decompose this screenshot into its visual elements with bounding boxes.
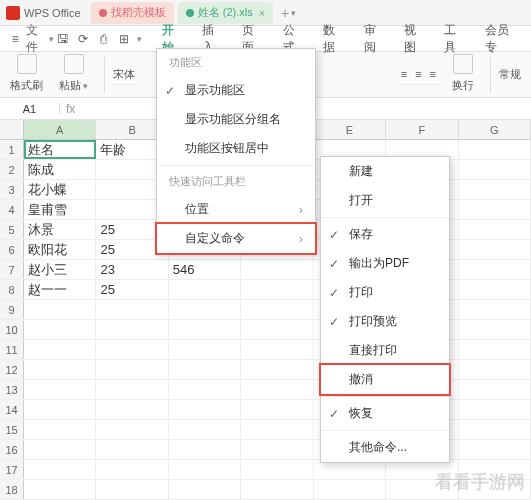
cell[interactable] [169,380,241,399]
tab-file[interactable]: 姓名 (2).xls × [178,2,273,24]
row-number[interactable]: 18 [0,480,24,499]
cell[interactable] [459,320,531,339]
row-number[interactable]: 7 [0,260,24,279]
tab-tools[interactable]: 工具 [434,22,474,56]
cell[interactable] [386,480,458,499]
cell[interactable]: 欧阳花 [24,240,96,259]
cell[interactable] [24,380,96,399]
cell[interactable] [24,360,96,379]
tab-member[interactable]: 会员专 [475,22,526,56]
preview-icon[interactable]: ⊞ [114,29,132,49]
col-head-F[interactable]: F [386,120,458,139]
cell[interactable] [169,300,241,319]
row-number[interactable]: 3 [0,180,24,199]
cell[interactable] [241,380,313,399]
cell[interactable] [169,360,241,379]
menu-item[interactable]: 新建 [321,157,449,186]
cell[interactable] [459,440,531,459]
cell[interactable] [169,480,241,499]
cell[interactable] [459,280,531,299]
cell[interactable] [96,440,168,459]
row-number[interactable]: 6 [0,240,24,259]
save-icon[interactable]: 🖫 [54,29,72,49]
select-all-corner[interactable] [0,120,24,139]
add-tab-button[interactable]: + [281,5,289,21]
cell[interactable]: 花小蝶 [24,180,96,199]
align-left-icon[interactable]: ≡ [397,66,411,82]
cell[interactable] [96,480,168,499]
cell[interactable]: 陈成 [24,160,96,179]
menu-item[interactable]: ✓恢复 [321,399,449,428]
cell[interactable] [169,320,241,339]
tab-data[interactable]: 数据 [313,22,353,56]
cell[interactable] [241,360,313,379]
menu-item[interactable]: 自定义命令› [155,222,317,255]
row-number[interactable]: 17 [0,460,24,479]
col-head-G[interactable]: G [459,120,531,139]
cell[interactable] [241,340,313,359]
align-right-icon[interactable]: ≡ [426,66,440,82]
tab-template[interactable]: 找稻壳模板 [91,2,174,24]
row-number[interactable]: 9 [0,300,24,319]
menu-item[interactable]: 其他命令... [321,433,449,462]
tab-view[interactable]: 视图 [394,22,434,56]
cell[interactable] [96,460,168,479]
row-number[interactable]: 11 [0,340,24,359]
align-center-icon[interactable]: ≡ [411,66,425,82]
cell[interactable] [96,320,168,339]
cell[interactable]: 赵一一 [24,280,96,299]
chevron-down-icon[interactable]: ▾ [137,34,142,44]
cell[interactable] [459,480,531,499]
cell[interactable] [24,320,96,339]
cell[interactable] [24,340,96,359]
name-box[interactable]: A1 [0,103,60,115]
paste-group[interactable]: 粘贴▾ [55,54,92,95]
cell[interactable] [169,460,241,479]
col-head-A[interactable]: A [24,120,96,139]
style-select[interactable]: 常规 [495,65,525,84]
row-number[interactable]: 8 [0,280,24,299]
menu-item[interactable]: ✓打印预览 [321,307,449,336]
cell[interactable] [241,400,313,419]
cell[interactable] [459,360,531,379]
cell[interactable] [241,300,313,319]
row-number[interactable]: 16 [0,440,24,459]
menu-item[interactable]: ✓打印 [321,278,449,307]
cell[interactable] [96,420,168,439]
row-number[interactable]: 2 [0,160,24,179]
cell[interactable] [241,260,313,279]
cell[interactable] [459,160,531,179]
cell[interactable] [459,260,531,279]
close-icon[interactable]: × [259,7,265,19]
cell[interactable] [241,280,313,299]
row-number[interactable]: 5 [0,220,24,239]
cell[interactable] [169,420,241,439]
cell[interactable] [241,440,313,459]
cell[interactable] [169,400,241,419]
font-select[interactable]: 宋体 [109,65,139,84]
wrap-group[interactable]: 换行 [448,54,478,95]
row-number[interactable]: 15 [0,420,24,439]
cell[interactable] [459,420,531,439]
row-number[interactable]: 1 [0,140,24,159]
cell[interactable] [459,180,531,199]
tab-menu-chevron[interactable]: ▾ [291,8,296,18]
cell[interactable]: 皇甫雪 [24,200,96,219]
cell[interactable] [96,400,168,419]
cell[interactable] [24,400,96,419]
row-number[interactable]: 14 [0,400,24,419]
format-painter-group[interactable]: 格式刷 [6,54,47,95]
row-number[interactable]: 10 [0,320,24,339]
col-head-E[interactable]: E [314,120,386,139]
print-icon[interactable]: ⎙ [94,29,112,49]
cell[interactable] [96,300,168,319]
cell[interactable] [241,460,313,479]
menu-item[interactable]: 撤消 [319,363,451,396]
cell[interactable] [459,200,531,219]
cell[interactable] [241,420,313,439]
cell[interactable] [314,480,386,499]
menu-item[interactable]: ✓保存 [321,220,449,249]
cell[interactable]: 赵小三 [24,260,96,279]
cell[interactable] [459,340,531,359]
cell[interactable] [459,220,531,239]
